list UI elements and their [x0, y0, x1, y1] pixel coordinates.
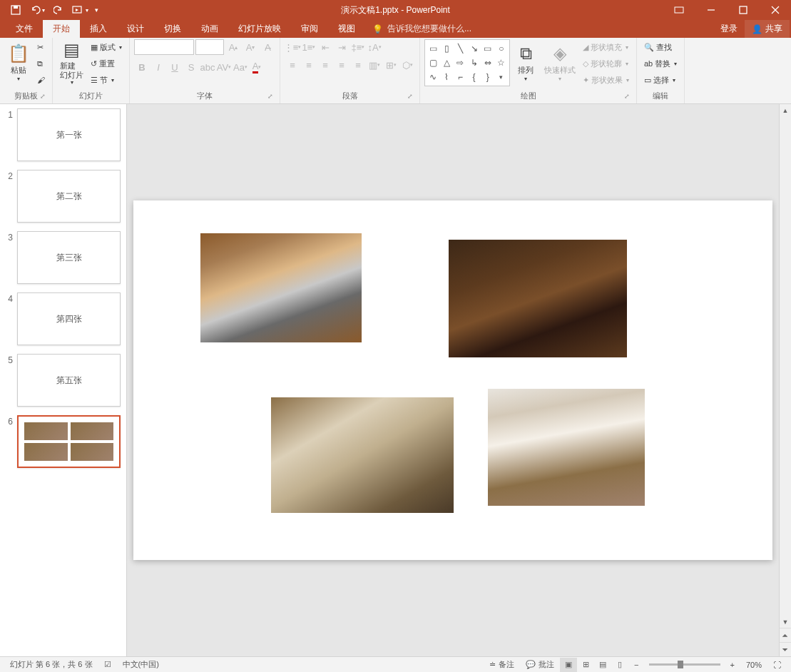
tab-review[interactable]: 审阅 — [291, 20, 328, 38]
italic-button[interactable]: I — [150, 59, 166, 75]
strikethrough-button[interactable]: S — [183, 59, 199, 75]
minimize-button[interactable] — [695, 0, 727, 20]
start-slideshow-button[interactable]: ▾ — [70, 1, 90, 19]
qat-customize[interactable]: ▾ — [91, 1, 101, 19]
shapes-more[interactable]: ▾ — [495, 71, 508, 84]
undo-button[interactable]: ▾ — [27, 1, 47, 19]
share-button[interactable]: 👤 共享 — [745, 20, 790, 38]
fit-to-window-button[interactable]: ⛶ — [767, 661, 787, 669]
section-button[interactable]: ☰节▾ — [88, 72, 125, 88]
slide-image-1[interactable] — [200, 233, 362, 342]
shape-elbow[interactable]: ↳ — [467, 56, 480, 69]
slideshow-view-button[interactable]: ▯ — [611, 658, 628, 672]
shape-arrow[interactable]: ↘ — [467, 41, 480, 55]
slide-thumbnail-3[interactable]: 第三张 — [17, 231, 121, 284]
shape-brace-r[interactable]: } — [481, 71, 494, 84]
slide-thumbnail-1[interactable]: 第一张 — [17, 108, 121, 161]
replace-button[interactable]: ab替换▾ — [641, 56, 680, 71]
shape-triangle[interactable]: △ — [440, 56, 453, 69]
clear-formatting-button[interactable]: A̶ — [260, 39, 275, 55]
distribute-button[interactable]: ≡ — [350, 57, 366, 73]
increase-indent-button[interactable]: ⇥ — [334, 39, 349, 55]
tab-insert[interactable]: 插入 — [80, 20, 117, 38]
notes-button[interactable]: ≐备注 — [484, 659, 520, 670]
spell-check-icon[interactable]: ☑ — [98, 660, 117, 669]
columns-button[interactable]: ▥▾ — [367, 57, 382, 73]
shape-fill-button[interactable]: ◢形状填充▾ — [580, 39, 632, 55]
redo-button[interactable] — [49, 1, 68, 19]
slide-image-3[interactable] — [271, 397, 454, 513]
sorter-view-button[interactable]: ⊞ — [577, 658, 594, 672]
tab-transitions[interactable]: 切换 — [154, 20, 191, 38]
zoom-level[interactable]: 70% — [740, 661, 767, 669]
tab-animations[interactable]: 动画 — [191, 20, 228, 38]
slide-thumbnail-2[interactable]: 第二张 — [17, 170, 121, 223]
font-launcher[interactable]: ⤢ — [266, 93, 275, 101]
shape-outline-button[interactable]: ◇形状轮廓▾ — [580, 56, 632, 71]
maximize-button[interactable] — [727, 0, 759, 20]
shape-curve[interactable]: ∿ — [427, 71, 439, 84]
reading-view-button[interactable]: ▤ — [594, 658, 611, 672]
find-button[interactable]: 🔍查找 — [641, 39, 680, 55]
shape-rarrow[interactable]: ⇨ — [454, 56, 466, 69]
line-spacing-button[interactable]: ‡≡▾ — [350, 39, 366, 55]
underline-button[interactable]: U — [167, 59, 183, 75]
shape-brace-l[interactable]: { — [467, 71, 480, 84]
clipboard-launcher[interactable]: ⤢ — [39, 93, 47, 101]
shape-textbox[interactable]: ▭ — [427, 41, 439, 55]
login-button[interactable]: 登录 — [713, 20, 745, 38]
reset-button[interactable]: ↺重置 — [88, 56, 125, 71]
new-slide-button[interactable]: ▤ 新建 幻灯片 ▾ — [57, 39, 86, 86]
tell-me-search[interactable]: 💡 告诉我您想要做什么... — [365, 20, 479, 38]
shape-oval[interactable]: ○ — [495, 41, 508, 55]
select-button[interactable]: ▭选择▾ — [641, 72, 680, 88]
align-text-button[interactable]: ⊞▾ — [383, 57, 399, 73]
font-size-combo[interactable] — [195, 39, 224, 55]
ribbon-display-button[interactable] — [663, 0, 695, 20]
shape-star[interactable]: ☆ — [495, 56, 508, 69]
paste-button[interactable]: 📋 粘贴 ▾ — [4, 39, 33, 86]
align-center-button[interactable]: ≡ — [301, 57, 317, 73]
increase-font-button[interactable]: A▴ — [225, 39, 241, 55]
prev-slide-button[interactable]: ⏶ — [780, 628, 791, 642]
tab-slideshow[interactable]: 幻灯片放映 — [228, 20, 291, 38]
layout-button[interactable]: ▦版式▾ — [88, 39, 125, 55]
bullets-button[interactable]: ⋮≡▾ — [285, 39, 300, 55]
font-name-combo[interactable] — [134, 39, 194, 55]
close-button[interactable] — [759, 0, 791, 20]
comments-button[interactable]: 💬批注 — [520, 659, 560, 670]
decrease-indent-button[interactable]: ⇤ — [317, 39, 333, 55]
quick-styles-button[interactable]: ◈ 快速样式 ▾ — [541, 39, 578, 86]
zoom-out-button[interactable]: − — [628, 661, 644, 669]
change-case-button[interactable]: Aa▾ — [233, 59, 248, 75]
copy-button[interactable]: ⧉ — [34, 56, 48, 71]
decrease-font-button[interactable]: A▾ — [243, 39, 258, 55]
normal-view-button[interactable]: ▣ — [560, 658, 577, 672]
align-right-button[interactable]: ≡ — [317, 57, 333, 73]
save-button[interactable] — [6, 1, 26, 19]
tab-home[interactable]: 开始 — [43, 20, 80, 38]
scroll-up-button[interactable]: ▲ — [780, 104, 791, 116]
shape-rrect[interactable]: ▢ — [427, 56, 439, 69]
char-spacing-button[interactable]: AV▾ — [216, 59, 232, 75]
zoom-in-button[interactable]: + — [725, 661, 740, 669]
drawing-launcher[interactable]: ⤢ — [623, 93, 631, 101]
cut-button[interactable]: ✂ — [34, 39, 48, 55]
shape-conn[interactable]: ⌐ — [454, 71, 466, 84]
scroll-down-button[interactable]: ▼ — [780, 616, 791, 628]
tab-file[interactable]: 文件 — [6, 20, 43, 38]
shapes-gallery[interactable]: ▭ ▯ ╲ ↘ ▭ ○ ▢ △ ⇨ ↳ ⇔ ☆ ∿ ⌇ ⌐ { } ▾ — [424, 39, 510, 86]
slide-image-2[interactable] — [449, 240, 627, 357]
shape-freeform[interactable]: ⌇ — [440, 71, 453, 84]
font-color-button[interactable]: A▾ — [249, 59, 265, 75]
justify-button[interactable]: ≡ — [334, 57, 349, 73]
zoom-slider[interactable] — [649, 663, 720, 666]
slide-canvas[interactable] — [133, 200, 772, 560]
slide-thumbnail-4[interactable]: 第四张 — [17, 292, 121, 345]
slide-thumbnail-5[interactable]: 第五张 — [17, 354, 121, 407]
bold-button[interactable]: B — [134, 59, 150, 75]
shadow-button[interactable]: abc — [200, 59, 215, 75]
slide-info[interactable]: 幻灯片 第 6 张，共 6 张 — [4, 659, 98, 670]
next-slide-button[interactable]: ⏷ — [780, 642, 791, 656]
tab-design[interactable]: 设计 — [117, 20, 154, 38]
